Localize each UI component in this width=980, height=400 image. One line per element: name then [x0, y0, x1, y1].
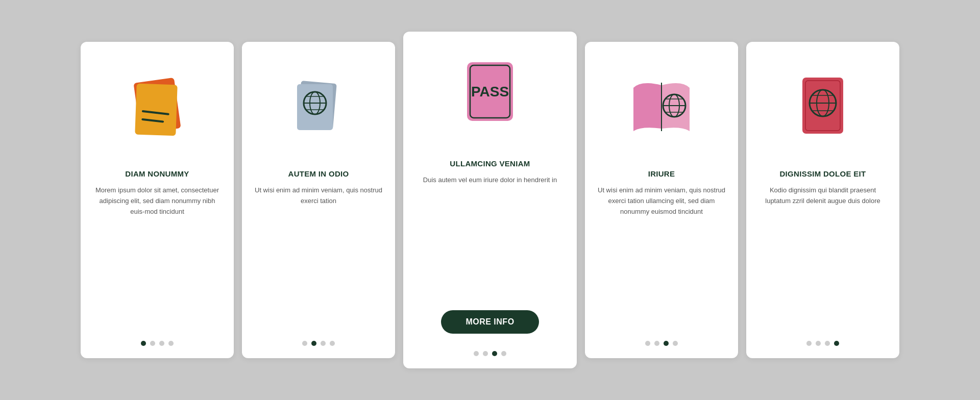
- dot: [302, 341, 307, 346]
- card-5-title: DIGNISSIM DOLOE EIT: [779, 169, 866, 178]
- card-4-title: IRIURE: [648, 169, 675, 178]
- card-1-text: Morem ipsum dolor sit amet, consectetuer…: [93, 185, 222, 329]
- card-1-dots: [141, 341, 174, 346]
- dot: [168, 341, 174, 346]
- card-4-text: Ut wisi enim ad minim veniam, quis nostr…: [597, 185, 726, 329]
- card-5-dots: [806, 341, 839, 346]
- dot: [141, 341, 146, 346]
- card-2-text: Ut wisi enim ad minim veniam, quis nostr…: [254, 185, 383, 329]
- card-4-dots: [645, 341, 678, 346]
- dot: [816, 341, 821, 346]
- card-5: DIGNISSIM DOLOE EIT Kodio dignissim qui …: [746, 42, 899, 358]
- card-2-title: AUTEM IN ODIO: [288, 169, 349, 178]
- dot: [654, 341, 659, 346]
- dot: [825, 341, 830, 346]
- passport-stack-icon: [254, 57, 383, 159]
- cards-container: DIAM NONUMMY Morem ipsum dolor sit amet,…: [56, 32, 924, 368]
- card-3: PASS ULLAMCING VENIAM Duis autem vel eum…: [403, 32, 577, 368]
- dot: [664, 341, 669, 346]
- single-passport-icon: [758, 57, 887, 159]
- card-3-title: ULLAMCING VENIAM: [450, 159, 530, 168]
- card-1-title: DIAM NONUMMY: [125, 169, 189, 178]
- card-5-text: Kodio dignissim qui blandit praesent lup…: [758, 185, 887, 329]
- documents-icon: [93, 57, 222, 159]
- dot: [806, 341, 812, 346]
- dot: [834, 341, 839, 346]
- dot: [483, 351, 488, 356]
- pass-icon: PASS: [415, 47, 565, 149]
- dot: [330, 341, 335, 346]
- card-3-dots: [474, 351, 506, 356]
- dot: [159, 341, 164, 346]
- dot: [474, 351, 479, 356]
- dot: [492, 351, 497, 356]
- svg-rect-1: [135, 84, 177, 136]
- svg-rect-20: [802, 78, 843, 134]
- svg-text:PASS: PASS: [471, 84, 509, 99]
- dot: [150, 341, 155, 346]
- card-4: IRIURE Ut wisi enim ad minim veniam, qui…: [585, 42, 738, 358]
- card-2: AUTEM IN ODIO Ut wisi enim ad minim veni…: [242, 42, 395, 358]
- dot: [645, 341, 650, 346]
- dot: [501, 351, 506, 356]
- more-info-button[interactable]: MORE INFO: [441, 310, 538, 334]
- dot: [321, 341, 326, 346]
- dot: [311, 341, 316, 346]
- dot: [673, 341, 678, 346]
- open-passport-icon: [597, 57, 726, 159]
- card-1: DIAM NONUMMY Morem ipsum dolor sit amet,…: [81, 42, 234, 358]
- card-2-dots: [302, 341, 335, 346]
- card-3-text: Duis autem vel eum iriure dolor in hendr…: [423, 175, 557, 301]
